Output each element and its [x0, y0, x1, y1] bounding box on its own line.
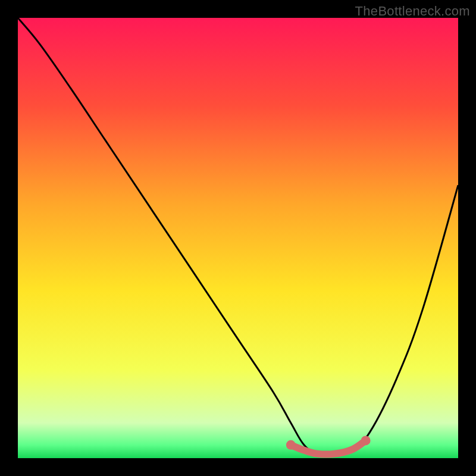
optimal-endpoint-dot	[286, 440, 296, 450]
chart-frame	[18, 18, 458, 458]
gradient-background	[18, 18, 458, 458]
chart-svg	[18, 18, 458, 458]
optimal-endpoint-dot	[361, 436, 371, 445]
watermark-text: TheBottleneck.com	[355, 4, 470, 19]
